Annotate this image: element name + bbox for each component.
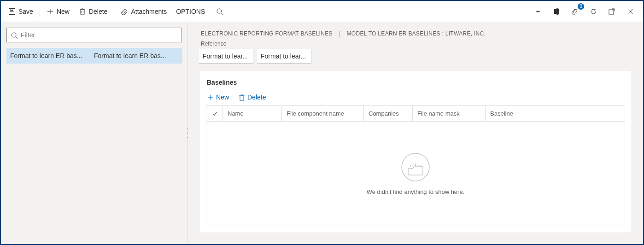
panel-splitter[interactable] <box>186 127 189 140</box>
svg-point-23 <box>402 153 429 181</box>
col-name[interactable]: Name <box>223 106 282 121</box>
filter-box[interactable] <box>6 28 182 42</box>
search-button[interactable] <box>210 1 230 22</box>
baselines-card: Baselines New Delete <box>199 70 632 233</box>
col-baseline[interactable]: Baseline <box>486 106 595 121</box>
new-button[interactable]: New <box>42 1 74 22</box>
plus-icon <box>47 8 54 15</box>
save-icon <box>8 8 16 15</box>
close-icon[interactable] <box>625 6 636 17</box>
separator <box>40 6 40 17</box>
reference-cell-1[interactable]: Format to lear... <box>199 49 253 64</box>
office-icon[interactable] <box>551 6 562 17</box>
filter-input[interactable] <box>20 31 178 39</box>
grid-empty-state: We didn't find anything to show here. <box>206 122 625 226</box>
breadcrumb-b: MODEL TO LEARN ER BASELINES : LITWARE, I… <box>347 30 486 37</box>
reference-cell-2[interactable]: Format to lear... <box>257 49 311 64</box>
action-bar: Save New Delete Attachments <box>1 1 643 22</box>
plus-icon <box>207 94 213 100</box>
popout-icon[interactable] <box>606 6 617 17</box>
svg-line-13 <box>612 9 615 12</box>
col-companies[interactable]: Companies <box>364 106 413 121</box>
svg-line-11 <box>221 13 223 15</box>
svg-rect-20 <box>240 96 244 100</box>
empty-folder-icon <box>401 152 430 182</box>
svg-rect-2 <box>10 12 14 14</box>
right-panel: ELECTRONIC REPORTING FORMAT BASELINES | … <box>188 22 643 244</box>
trash-icon <box>79 8 86 15</box>
delete-button[interactable]: Delete <box>74 1 112 22</box>
baselines-grid: Name File component name Companies File … <box>206 105 625 226</box>
attachments-label: Attachments <box>131 8 167 15</box>
breadcrumb: ELECTRONIC REPORTING FORMAT BASELINES | … <box>188 22 643 40</box>
attachments-badge: 0 <box>578 3 584 10</box>
svg-rect-5 <box>81 10 84 14</box>
connectivity-icon[interactable] <box>533 6 544 17</box>
delete-label: Delete <box>89 8 107 15</box>
col-component[interactable]: File component name <box>282 106 364 121</box>
breadcrumb-a[interactable]: ELECTRONIC REPORTING FORMAT BASELINES <box>201 30 333 37</box>
save-label: Save <box>18 8 33 15</box>
empty-text: We didn't find anything to show here. <box>367 188 465 195</box>
new-label: New <box>57 8 70 15</box>
refresh-icon[interactable] <box>588 6 599 17</box>
main-area: Format to learn ER bas... Format to lear… <box>1 22 643 244</box>
list-row-selected[interactable]: Format to learn ER bas... Format to lear… <box>6 48 182 64</box>
filter-search-icon <box>11 32 17 38</box>
options-label: OPTIONS <box>176 8 205 15</box>
col-select[interactable] <box>206 106 223 121</box>
grid-header: Name File component name Companies File … <box>206 106 625 122</box>
baselines-title: Baselines <box>206 77 625 93</box>
paperclip-icon <box>121 8 128 15</box>
svg-line-17 <box>16 37 18 39</box>
attachments-button[interactable]: Attachments <box>116 1 171 22</box>
baselines-delete-button[interactable]: Delete <box>238 93 266 101</box>
svg-point-10 <box>217 9 222 13</box>
reference-row: Format to lear... Format to lear... <box>188 49 643 70</box>
baselines-new-button[interactable]: New <box>207 93 229 101</box>
col-mask[interactable]: File name mask <box>413 106 486 121</box>
options-button[interactable]: OPTIONS <box>171 1 210 22</box>
baselines-delete-label: Delete <box>247 93 266 101</box>
svg-point-16 <box>12 33 16 37</box>
attachments-header-icon[interactable]: 0 <box>569 6 580 17</box>
baselines-new-label: New <box>216 93 229 101</box>
trash-icon <box>238 94 245 100</box>
list-row-col1: Format to learn ER bas... <box>10 52 88 59</box>
list-row-col2: Format to learn ER bas... <box>94 52 178 59</box>
reference-label: Reference <box>188 40 643 49</box>
breadcrumb-sep: | <box>339 30 340 37</box>
left-panel: Format to learn ER bas... Format to lear… <box>1 22 188 244</box>
save-button[interactable]: Save <box>4 1 38 22</box>
separator <box>114 6 114 17</box>
search-icon <box>216 8 223 15</box>
svg-rect-1 <box>10 8 13 10</box>
